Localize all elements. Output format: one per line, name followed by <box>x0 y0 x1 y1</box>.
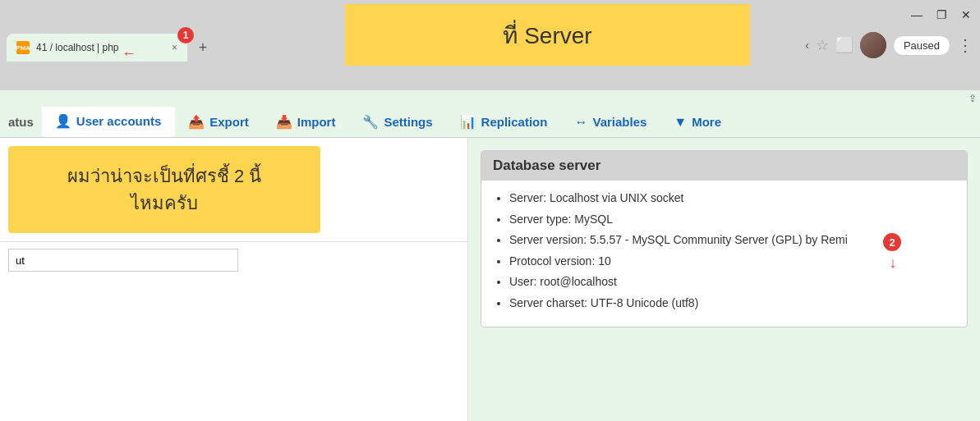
replication-icon: 📊 <box>460 114 476 130</box>
db-server-header: Database server <box>481 151 967 181</box>
more-dropdown-icon: ▼ <box>674 115 687 130</box>
left-input-area <box>0 241 467 278</box>
speech-text-line2: ไหมครับ <box>25 190 304 217</box>
profile-button[interactable] <box>860 32 886 58</box>
tab-favicon: PMA <box>16 41 30 54</box>
badge-2: 2 <box>883 233 901 251</box>
new-tab-button[interactable]: + <box>191 35 215 60</box>
tab-variables-label: Variables <box>592 115 646 129</box>
list-item: Server: Localhost via UNIX socket <box>509 190 955 207</box>
tab-more-label: More <box>692 115 721 129</box>
tab-settings[interactable]: 🔧 Settings <box>349 108 446 136</box>
speech-bubble: ผมว่าน่าจะเป็นที่ศรชี้ 2 นี้ ไหมครับ <box>8 146 320 233</box>
header-banner: ที่ Server <box>345 4 750 66</box>
search-input[interactable] <box>8 249 238 272</box>
arrow-indicator-1: ← <box>122 45 136 62</box>
tab-export-label: Export <box>209 115 249 129</box>
tab-close-button[interactable]: × <box>172 42 177 53</box>
tab-export[interactable]: 📤 Export <box>175 108 263 136</box>
list-item: Server type: MySQL <box>509 212 955 228</box>
scroll-arrows-icon[interactable]: ⇪ <box>968 93 977 104</box>
star-icon[interactable]: ☆ <box>816 36 829 54</box>
tab-import-label: Import <box>297 115 336 129</box>
paused-button[interactable]: Paused <box>893 35 950 56</box>
restore-button[interactable]: ❐ <box>934 7 949 22</box>
close-button[interactable]: ✕ <box>959 7 973 22</box>
header-banner-text: ที่ Server <box>503 17 591 53</box>
tab-replication[interactable]: 📊 Replication <box>447 108 562 136</box>
tab-replication-label: Replication <box>481 115 548 129</box>
tab-user-accounts-label: User accounts <box>76 114 161 128</box>
database-server-section: Database server Server: Localhost via UN… <box>481 150 968 327</box>
variables-icon: ↔ <box>574 115 587 130</box>
browser-menu-icon[interactable]: ⋮ <box>957 35 973 55</box>
tab-user-accounts[interactable]: 👤 User accounts <box>42 107 175 137</box>
extensions-icon[interactable]: ⬜ <box>835 36 853 54</box>
speech-text-line1: ผมว่าน่าจะเป็นที่ศรชี้ 2 นี้ <box>25 162 304 190</box>
list-item: User: root@localhost <box>509 274 955 291</box>
left-panel: ผมว่าน่าจะเป็นที่ศรชี้ 2 นี้ ไหมครับ <box>0 138 468 421</box>
active-tab[interactable]: PMA 41 / localhost | php × 1 ← <box>7 34 187 62</box>
user-accounts-icon: 👤 <box>55 113 71 129</box>
tab-settings-label: Settings <box>384 115 432 129</box>
tab-more[interactable]: ▼ More <box>660 108 735 136</box>
right-panel: Database server Server: Localhost via UN… <box>468 138 980 421</box>
tab-title: 41 / localhost | php <box>36 42 165 53</box>
import-icon: 📥 <box>276 114 292 130</box>
back-arrow[interactable]: ‹ <box>805 39 809 52</box>
tab-status-partial[interactable]: atus <box>0 108 42 135</box>
scroll-hint-bar: ⇪ <box>0 90 980 107</box>
tab-variables[interactable]: ↔ Variables <box>561 108 660 136</box>
navigation-tabs: atus 👤 User accounts 📤 Export 📥 Import 🔧… <box>0 107 980 138</box>
minimize-button[interactable]: — <box>909 7 924 22</box>
export-icon: 📤 <box>188 114 205 130</box>
badge-2-container: 2 ↓ <box>883 233 901 272</box>
badge-1: 1 <box>177 27 194 43</box>
avatar <box>860 32 886 58</box>
db-server-body: Server: Localhost via UNIX socket Server… <box>481 181 967 327</box>
settings-icon: 🔧 <box>362 114 379 130</box>
arrow-indicator-2: ↓ <box>885 254 901 272</box>
tab-import[interactable]: 📥 Import <box>263 108 350 136</box>
speech-text: ผมว่าน่าจะเป็นที่ศรชี้ 2 นี้ ไหมครับ <box>25 162 304 217</box>
list-item: Server charset: UTF-8 Unicode (utf8) <box>509 295 955 312</box>
